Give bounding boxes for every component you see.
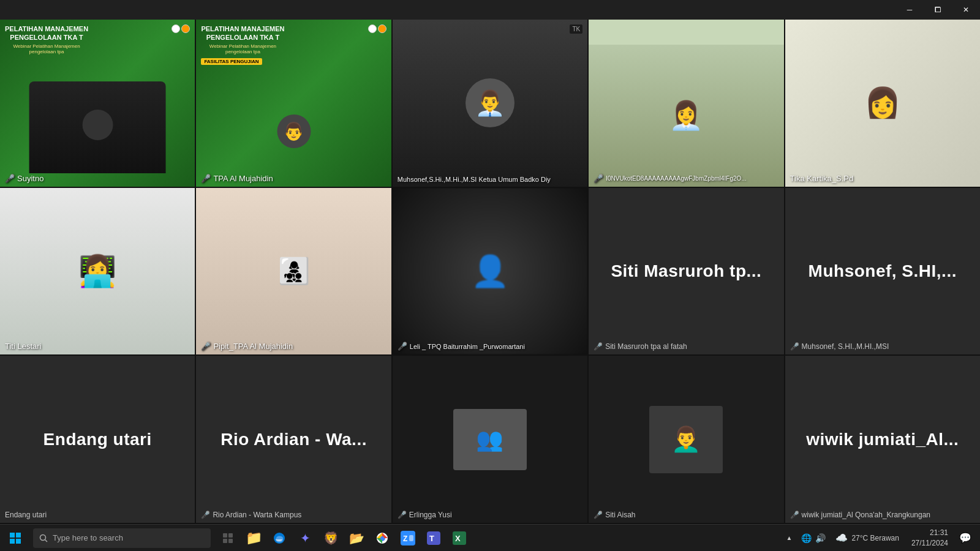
- participant-name-titi: Titi Lestari: [5, 342, 41, 351]
- volume-icon[interactable]: 🔊: [815, 533, 826, 543]
- zoom-icon[interactable]: Z: [396, 525, 420, 552]
- file-manager-icon[interactable]: 📂: [344, 525, 369, 552]
- svg-line-5: [45, 539, 48, 542]
- participant-name-muhsonef-full: Muhsonef,S.Hi.,M.Hi.,M.SI Ketua Umum Bad…: [398, 176, 551, 183]
- minimize-button[interactable]: ─: [895, 0, 924, 20]
- video-grid: PELATIHAN MANAJEMENPENGELOLAAN TKA T Web…: [0, 20, 980, 524]
- svg-rect-1: [16, 533, 21, 538]
- participant-status-rio: 🎤 Rio Ardian - Warta Kampus: [201, 511, 301, 519]
- participant-cell-endang[interactable]: Endang utari Endang utari: [0, 356, 195, 523]
- svg-rect-8: [223, 539, 227, 543]
- maximize-button[interactable]: ⧠: [924, 0, 952, 20]
- system-tray-icons: 🌐 🔊: [799, 533, 828, 543]
- participant-name-pipit: 🎤 Pipit_TPA Al Mujahidin: [201, 342, 293, 351]
- svg-rect-16: [409, 535, 413, 541]
- svg-text:T: T: [429, 534, 434, 543]
- svg-rect-7: [228, 533, 233, 538]
- tray-expand-button[interactable]: ▲: [782, 525, 796, 552]
- svg-rect-0: [10, 533, 15, 538]
- participant-cell-erlingga[interactable]: 👥 🎤 Erlingga Yusi: [393, 356, 587, 523]
- svg-rect-6: [223, 533, 227, 538]
- participant-cell-i0nvukot[interactable]: 👩‍💼 🎤 I0NVUkotED8AAAAAAAAAgwFJbmZpbml4IF…: [589, 20, 783, 187]
- banner-subtitle-1: Webinar Pelatihan Manajemenpengelolaan t…: [5, 43, 88, 54]
- participant-big-name-muhsonef-s: Muhsonef, S.HI,...: [795, 261, 971, 281]
- title-bar: ─ ⧠ ✕: [0, 0, 980, 20]
- teams-icon[interactable]: T: [421, 525, 446, 552]
- participant-cell-siti-aisah[interactable]: 👨‍🦱 🎤 Siti Aisah: [589, 356, 783, 523]
- participant-big-name-wiwik: wiwik jumiati_Al...: [795, 430, 971, 449]
- weather-widget[interactable]: ☁️ 27°C Berawan: [831, 532, 904, 544]
- taskbar-right: ▲ 🌐 🔊 ☁️ 27°C Berawan 21:31 27/11/2024 💬: [782, 525, 980, 552]
- svg-rect-3: [16, 539, 21, 544]
- participant-cell-wiwik[interactable]: wiwik jumiati_Al... 🎤 wiwik jumiati_Al Q…: [785, 356, 980, 523]
- close-button[interactable]: ✕: [952, 0, 980, 20]
- participant-name-suyitno: 🎤 Suyitno: [5, 174, 43, 183]
- svg-rect-2: [10, 539, 15, 544]
- network-icon[interactable]: 🌐: [801, 533, 812, 543]
- search-placeholder: Type here to search: [53, 533, 123, 542]
- task-view-icon[interactable]: [216, 525, 240, 552]
- participant-cell-rio[interactable]: Rio Ardian - Wa... 🎤 Rio Ardian - Warta …: [196, 356, 391, 523]
- svg-rect-9: [228, 539, 233, 543]
- window-controls: ─ ⧠ ✕: [895, 0, 980, 20]
- participant-status-siti-aisah: 🎤 Siti Aisah: [594, 511, 635, 519]
- copilot-icon[interactable]: ✦: [293, 525, 317, 552]
- edge-icon[interactable]: [267, 525, 292, 552]
- participant-big-name-rio: Rio Ardian - Wa...: [206, 430, 382, 449]
- svg-text:X: X: [455, 534, 461, 543]
- participant-status-muhsonef-s: 🎤 Muhsonef, S.HI.,M.HI.,MSI: [790, 342, 889, 351]
- start-button[interactable]: [0, 525, 31, 552]
- banner-title-1: PELATIHAN MANAJEMENPENGELOLAAN TKA T: [5, 24, 88, 42]
- participant-name-tika: Tika Kartika_S.Pd: [790, 174, 854, 183]
- notification-button[interactable]: 💬: [956, 525, 975, 552]
- participant-cell-leli[interactable]: 👤 🎤 Leli _ TPQ Baiturrahim _Purwomartani: [393, 188, 587, 355]
- taskbar-app-icons: 📁 ✦ 🦁 📂: [216, 525, 472, 552]
- participant-status-siti: 🎤 Siti Masruroh tpa al fatah: [594, 342, 687, 351]
- participant-cell-tika[interactable]: 👩 Tika Kartika_S.Pd: [785, 20, 980, 187]
- participant-cell-pipit[interactable]: 👩‍👧‍👦 🎤 Pipit_TPA Al Mujahidin: [196, 188, 391, 355]
- brave-icon[interactable]: 🦁: [318, 525, 343, 552]
- weather-icon: ☁️: [835, 532, 848, 544]
- participant-name-i0nvukot: 🎤 I0NVUkotED8AAAAAAAAAgwFJbmZpbml4IFg2O.…: [594, 174, 747, 183]
- clock[interactable]: 21:31 27/11/2024: [907, 528, 953, 549]
- search-bar[interactable]: Type here to search: [33, 528, 211, 548]
- taskbar: Type here to search 📁 ✦: [0, 524, 980, 551]
- participant-cell-tpa-mujahidin[interactable]: PELATIHAN MANAJEMENPENGELOLAAN TKA T Web…: [196, 20, 391, 187]
- svg-point-13: [380, 536, 384, 540]
- participant-name-tpa: 🎤 TPA Al Mujahidin: [201, 174, 273, 183]
- participant-cell-muhsonef-s[interactable]: Muhsonef, S.HI,... 🎤 Muhsonef, S.HI.,M.H…: [785, 188, 980, 355]
- participant-big-name-endang: Endang utari: [10, 430, 186, 449]
- chrome-icon[interactable]: [370, 525, 394, 552]
- participant-status-wiwik: 🎤 wiwik jumiati_Al Qona'ah_Krangkungan: [790, 511, 930, 519]
- clock-time: 21:31: [911, 528, 948, 538]
- participant-cell-muhsonef[interactable]: 👨‍💼 TK Muhsonef,S.Hi.,M.Hi.,M.SI Ketua U…: [393, 20, 587, 187]
- svg-text:Z: Z: [403, 534, 407, 543]
- file-explorer-icon[interactable]: 📁: [241, 525, 266, 552]
- participant-cell-suyitno[interactable]: PELATIHAN MANAJEMENPENGELOLAAN TKA T Web…: [0, 20, 195, 187]
- participant-status-endang: Endang utari: [5, 511, 47, 519]
- participant-big-name-siti: Siti Masruroh tp...: [598, 261, 774, 281]
- weather-text: 27°C Berawan: [851, 534, 899, 542]
- search-icon: [39, 534, 48, 542]
- svg-point-4: [40, 534, 46, 540]
- participant-cell-titi[interactable]: 👩‍💻 Titi Lestari: [0, 188, 195, 355]
- banner-title-2: PELATIHAN MANAJEMENPENGELOLAAN TKA T: [201, 24, 284, 42]
- participant-status-erlingga: 🎤 Erlingga Yusi: [398, 511, 452, 519]
- participant-name-leli: 🎤 Leli _ TPQ Baiturrahim _Purwomartani: [398, 342, 525, 351]
- excel-icon[interactable]: X: [447, 525, 472, 552]
- banner-subtitle-2: Webinar Pelatihan Manajemenpengelolaan t…: [201, 43, 284, 54]
- clock-date: 27/11/2024: [911, 538, 948, 549]
- participant-cell-siti-masruroh[interactable]: Siti Masruroh tp... 🎤 Siti Masruroh tpa …: [589, 188, 783, 355]
